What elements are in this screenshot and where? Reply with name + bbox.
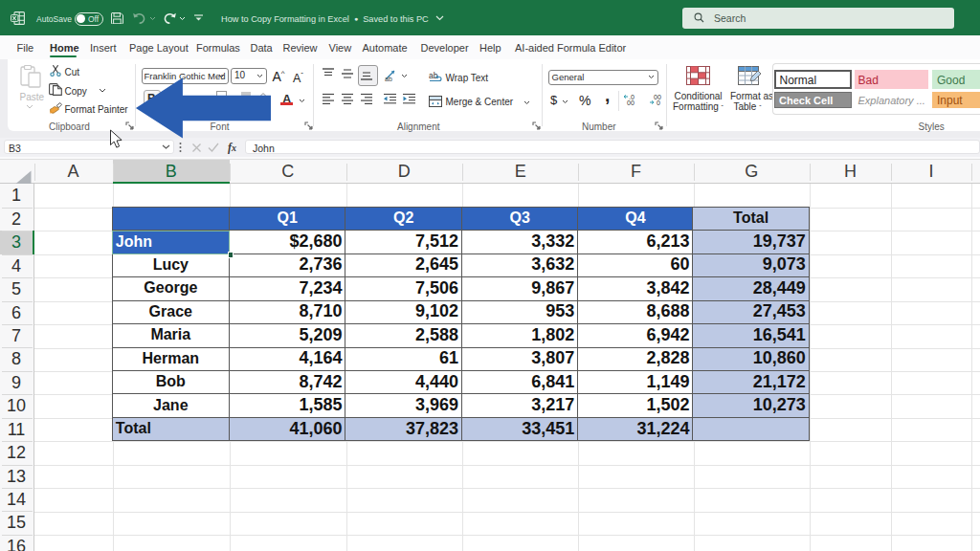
svg-text:ab: ab: [429, 71, 438, 80]
svg-text:ab: ab: [385, 76, 392, 82]
svg-text:00: 00: [627, 99, 635, 105]
svg-text:0: 0: [657, 99, 660, 105]
